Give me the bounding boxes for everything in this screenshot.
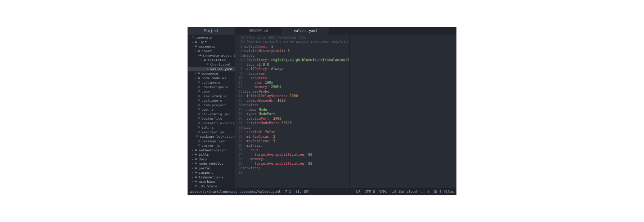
code-line[interactable]: targetAverageUtilization: 80 [242,152,349,157]
file-tree[interactable]: ▾⊞innovate▸🖿.git▾🖿accounts▾🖿chart▾🖿innov… [188,35,235,188]
status-files[interactable]: 🗎 0 files [434,190,454,194]
files-icon: 🗎 [434,190,440,194]
tree-folder-userbase[interactable]: ▸🖿userbase [188,179,235,184]
code-line[interactable]: memory: [242,157,349,161]
tree-file--cfignore[interactable]: 🗎.cfignore [188,80,235,85]
code-line[interactable]: image: [242,53,349,58]
code-line[interactable]: repository: registry.eu-gb.bluemix.net/a… [242,58,349,62]
code-line[interactable]: requests: [242,76,349,80]
tree-file--env-example[interactable]: 🗎.env.example [188,94,235,98]
tree-file-values-yaml[interactable]: 🗎values.yaml [188,67,235,71]
code-line[interactable]: maxReplicas: 3 [242,139,349,143]
line-number: 28 [235,157,242,161]
line-number: 16 [235,103,242,107]
line-number: 4 [235,49,242,53]
tree-label: mongoose [202,71,218,75]
tree-label: values.yaml [210,67,233,71]
tree-folder-node_modules[interactable]: ▸🖿node_modules [188,161,235,166]
code-line[interactable]: revisionHistoryLimit: 3 [242,49,349,53]
line-number: 15 [235,98,242,103]
tree-folder-templates[interactable]: ▾🖿templates [188,58,235,62]
status-encoding[interactable]: UTF-8 [365,190,375,194]
tree-file--gitignore[interactable]: 🗎.gitignore [188,98,235,103]
tree-folder-accounts[interactable]: ▾🖿accounts [188,44,235,49]
code-line[interactable]: cpu: [242,148,349,152]
editor-pane[interactable]: 1234567891011121314151617181920212223242… [235,35,456,188]
code-line[interactable]: memory: 256Mi [242,85,349,89]
tree-file-server-js[interactable]: 🗎server.js [188,143,235,148]
tab-project[interactable]: Project [188,27,235,35]
tree-file-manifest-yml[interactable]: 🗎manifest.yml [188,130,235,134]
git-branch-icon: ⎇ [392,190,398,194]
code-line[interactable]: # This is a YAML-formatted file. [242,35,349,40]
tree-folder-chart[interactable]: ▾🖿chart [188,49,235,53]
tree-file--env[interactable]: 🗎.env [188,89,235,94]
chevron-icon: ▸ [194,76,197,80]
code-line[interactable]: serviceNodePort: 30120 [242,121,349,125]
status-cursor[interactable]: 7:1 [285,190,291,194]
chevron-icon: ▸ [192,176,194,179]
code-line[interactable]: periodSeconds: 1000 [242,98,349,103]
code-line[interactable]: initialDelaySeconds: 3000 [242,94,349,98]
tree-folder--git[interactable]: ▸🖿.git [188,40,235,44]
tree-label: .ibm-project [202,103,226,107]
tree-file-app-js[interactable]: 🗎app.js [188,107,235,112]
tree-file-idt-js[interactable]: 🗎idt.js [188,125,235,130]
tree-folder-support[interactable]: ▸🖿support [188,170,235,175]
tree-folder-innovate-accounts[interactable]: ▾🖿innovate-accounts [188,53,235,58]
code-line[interactable]: targetAverageUtilization: 80 [242,161,349,166]
status-branch[interactable]: ⎇ ibm-cloud [392,190,417,194]
code-line[interactable]: service: [242,103,349,107]
tree-label: app.js [202,107,214,111]
status-selection[interactable]: (1, 69) [296,190,310,194]
tree-folder-node_modules[interactable]: ▸🖿node_modules [188,76,235,80]
tab-readme-md[interactable]: README.md [235,27,282,35]
status-language[interactable]: YAML [379,190,388,194]
code-line[interactable]: replicaCount: 1 [242,44,349,49]
status-eol[interactable]: LF [356,190,360,194]
tree-file-package-lock-json[interactable]: 🗎package-lock.json [188,134,235,139]
tree-file--ds_store[interactable]: 🗎.DS_Store [188,184,235,188]
code-line[interactable]: cpu: 100m [242,80,349,85]
tree-folder-mongoose[interactable]: ▸🖿mongoose [188,71,235,76]
tree-file-chart-yaml[interactable]: 🗎Chart.yaml [188,62,235,67]
status-path[interactable]: accounts/chart/innovate-accounts/values.… [190,190,281,194]
tree-label: .git [199,40,207,44]
tree-folder-portal[interactable]: ▸🖿portal [188,166,235,170]
status-sync-down-icon[interactable]: ↓ [421,190,423,194]
code-line[interactable]: servicePort: 3400 [242,116,349,121]
app-body: ▾⊞innovate▸🖿.git▾🖿accounts▾🖿chart▾🖿innov… [188,35,456,188]
line-number: 5 [235,53,242,58]
code-line[interactable]: livenessProbe: [242,89,349,94]
tree-file--dockerignore[interactable]: 🗎.dockerignore [188,85,235,89]
code-line[interactable]: enabled: false [242,130,349,134]
tab-values-yaml[interactable]: values.yaml [282,27,329,35]
code-line[interactable]: tag: v1.0.0 [242,62,349,67]
code-line[interactable]: type: NodePort [242,112,349,116]
tree-folder-authentication[interactable]: ▸🖿authentication [188,148,235,152]
chevron-icon: ▾ [200,58,203,62]
tree-file-dockerfile[interactable]: 🗎Dockerfile [188,116,235,121]
tree-folder-transactions[interactable]: ▸🖿transactions [188,175,235,179]
code-line[interactable]: minReplicas: 2 [242,134,349,139]
code-line[interactable]: hpa: [242,125,349,130]
code-line[interactable]: pullPolicy: Always [242,67,349,71]
line-number: 27 [235,152,242,157]
tree-label: .env [202,89,210,93]
code-line[interactable]: resources: [242,71,349,76]
tree-file-cli-config-yml[interactable]: 🗎cli-config.yml [188,112,235,116]
code-line[interactable]: name: Node [242,107,349,112]
code-area[interactable]: # This is a YAML-formatted file.# Declar… [242,35,349,188]
tree-folder-innovate[interactable]: ▾⊞innovate [188,35,235,40]
code-line[interactable]: # Declare variables to be passed into yo… [242,40,349,44]
tree-file--ibm-project[interactable]: 🗎.ibm-project [188,103,235,107]
tree-folder-docs[interactable]: ▸🖿docs [188,157,235,161]
tree-folder-bills[interactable]: ▸🖿bills [188,152,235,157]
tree-file-dockerfile-tools[interactable]: 🗎Dockerfile-tools [188,121,235,125]
tree-file-package-json[interactable]: 🗎package.json [188,139,235,143]
status-sync-up-icon[interactable]: ↑ [427,190,429,194]
tree-label: chart [202,49,212,53]
tree-label: Chart.yaml [210,62,231,66]
code-line[interactable]: services: [242,166,349,170]
code-line[interactable]: metrics: [242,143,349,148]
